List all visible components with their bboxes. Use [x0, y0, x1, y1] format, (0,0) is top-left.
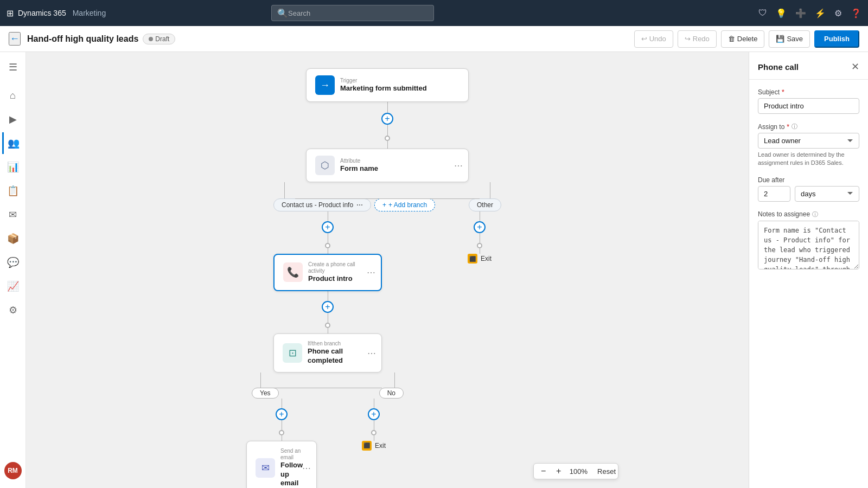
no-pill[interactable]: No [379, 388, 404, 399]
due-after-number[interactable] [758, 186, 790, 202]
lightbulb-icon[interactable]: 💡 [776, 8, 787, 18]
trigger-text: Trigger Marketing form submitted [340, 78, 427, 93]
conn-no-2 [374, 420, 374, 430]
journey-canvas[interactable]: → Trigger Marketing form submitted + ⬡ A… [26, 52, 749, 488]
exit-no: ⬛ Exit [362, 441, 386, 451]
attribute-more-button[interactable]: ⋯ [454, 160, 463, 171]
add-after-phone[interactable]: + [322, 301, 334, 313]
settings-icon[interactable]: ⚙ [834, 8, 842, 18]
branch-pill-menu[interactable]: ⋯ [356, 201, 363, 209]
due-after-unit-select[interactable]: days hours weeks [795, 186, 859, 202]
panel-body: Subject * Assign to * ⓘ Lead owner Lead … [749, 80, 868, 488]
nav-emails[interactable]: ✉ [2, 204, 24, 226]
notes-field-group: Notes to assignee ⓘ Form name is "Contac… [758, 210, 859, 272]
branch-other-pill[interactable]: Other [469, 198, 501, 211]
help-icon[interactable]: 🛡 [758, 8, 767, 18]
draft-dot [149, 37, 153, 41]
conn-yes-2 [282, 420, 282, 430]
nav-chat[interactable]: 💬 [2, 252, 24, 273]
trigger-node-container: → Trigger Marketing form submitted + ⬡ A… [257, 68, 518, 488]
filter-icon[interactable]: ⚡ [815, 8, 826, 18]
branch-v-left [284, 182, 285, 198]
panel-title: Phone call [758, 62, 799, 72]
due-after-field-group: Due after days hours weeks [758, 176, 859, 202]
user-avatar[interactable]: RM [4, 462, 22, 479]
email-node[interactable]: ✉ Send an email Follow up email ⋯ [246, 441, 317, 488]
zoom-out-button[interactable]: − [536, 464, 551, 479]
branch-contact-pill[interactable]: Contact us - Product info ⋯ [273, 198, 371, 211]
yn-v-right [394, 373, 395, 388]
no-col: + ⬛ Exit [339, 399, 409, 488]
ifthen-more-button[interactable]: ⋯ [367, 348, 376, 358]
notes-textarea[interactable]: Form name is "Contact us - Product info"… [758, 221, 859, 269]
subject-input[interactable] [758, 98, 859, 114]
status-label: Draft [155, 35, 169, 43]
undo-button[interactable]: ↩ Undo [634, 30, 673, 48]
command-bar: ← Hand-off high quality leads Draft ↩ Un… [0, 26, 868, 52]
nav-journeys[interactable]: ▶ [2, 108, 24, 130]
branch-v-right [490, 182, 490, 198]
nav-settings2[interactable]: ⚙ [2, 299, 24, 321]
dot-right [477, 243, 482, 248]
assign-to-select[interactable]: Lead owner [758, 133, 859, 149]
attribute-icon: ⬡ [315, 156, 335, 175]
add-no[interactable]: + [368, 408, 380, 420]
phone-call-node[interactable]: 📞 Create a phone call activity Product i… [273, 254, 382, 291]
conn-yes-3 [282, 435, 282, 441]
panel-close-button[interactable]: ✕ [851, 61, 859, 73]
phone-more-button[interactable]: ⋯ [367, 267, 375, 278]
back-button[interactable]: ← [9, 32, 21, 46]
subject-field-group: Subject * [758, 88, 859, 114]
add-before-phone[interactable]: + [322, 221, 334, 233]
search-bar[interactable]: 🔍 [271, 5, 434, 21]
add-after-trigger[interactable]: + [381, 113, 393, 125]
ifthen-node[interactable]: ⊡ If/then branch Phone call completed ⋯ [273, 333, 382, 373]
right-branch-col: + ⬛ Exit [458, 211, 501, 488]
trigger-icon: → [315, 75, 335, 95]
yes-col: + ✉ Send an email Follo [246, 399, 317, 488]
topbar: ⊞ Dynamics 365 Marketing 🔍 🛡 💡 ➕ ⚡ ⚙ ❓ [0, 0, 868, 26]
conn-left-1 [328, 211, 328, 221]
question-icon[interactable]: ❓ [851, 8, 861, 18]
nav-home[interactable]: ⌂ [2, 85, 24, 106]
zoom-reset-button[interactable]: Reset [593, 464, 616, 479]
delete-button[interactable]: 🗑 Delete [721, 30, 765, 48]
zoom-level: 100% [566, 467, 591, 476]
branch-pills-row: Contact us - Product info ⋯ + + Add bran… [257, 182, 518, 211]
dot-1 [385, 136, 390, 141]
conn-right-3 [480, 248, 480, 254]
nav-forms[interactable]: 📋 [2, 180, 24, 202]
save-button[interactable]: 💾 Save [769, 30, 810, 48]
dot-left-2 [325, 323, 330, 328]
email-more-button[interactable]: ⋯ [302, 463, 311, 473]
hamburger-menu[interactable]: ☰ [2, 56, 24, 78]
nav-contacts[interactable]: 👥 [2, 132, 24, 154]
conn-no-3 [374, 435, 374, 441]
nav-assets[interactable]: 📦 [2, 228, 24, 249]
search-icon: 🔍 [277, 8, 288, 18]
subject-required: * [782, 88, 784, 96]
nav-analytics[interactable]: 📈 [2, 275, 24, 297]
conn-left-4 [328, 291, 328, 301]
add-right[interactable]: + [474, 221, 486, 233]
nav-segments[interactable]: 📊 [2, 156, 24, 178]
yn-h-line [273, 388, 382, 388]
dot-no [371, 430, 376, 435]
plus-icon[interactable]: ➕ [795, 8, 806, 18]
topbar-actions: 🛡 💡 ➕ ⚡ ⚙ ❓ [758, 8, 861, 18]
add-branch-button[interactable]: + + Add branch [374, 198, 435, 211]
publish-button[interactable]: Publish [814, 30, 859, 48]
attribute-node[interactable]: ⬡ Attribute Form name ⋯ [306, 149, 469, 182]
grid-icon[interactable]: ⊞ [7, 8, 14, 18]
yes-pill[interactable]: Yes [252, 388, 279, 399]
attribute-text: Attribute Form name [340, 158, 378, 174]
zoom-in-button[interactable]: + [551, 464, 566, 479]
add-yes[interactable]: + [276, 408, 288, 420]
search-input[interactable] [288, 9, 428, 17]
trigger-node[interactable]: → Trigger Marketing form submitted [306, 68, 469, 102]
assign-info-icon: ⓘ [792, 123, 797, 131]
ifthen-icon: ⊡ [283, 343, 302, 363]
exit-no-icon: ⬛ [362, 441, 372, 451]
topbar-logo: ⊞ Dynamics 365 Marketing [7, 8, 106, 18]
redo-button[interactable]: ↪ Redo [678, 30, 717, 48]
